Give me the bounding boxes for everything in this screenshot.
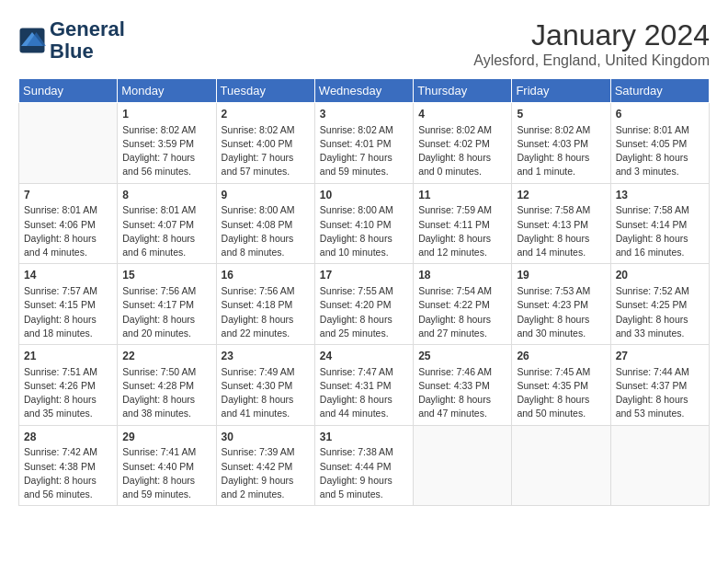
day-info: Sunrise: 8:02 AM Sunset: 4:01 PM Dayligh… xyxy=(320,123,408,179)
calendar-cell: 19Sunrise: 7:53 AM Sunset: 4:23 PM Dayli… xyxy=(512,264,610,345)
calendar-cell: 26Sunrise: 7:45 AM Sunset: 4:35 PM Dayli… xyxy=(512,345,610,426)
col-saturday: Saturday xyxy=(610,79,709,103)
calendar-cell: 18Sunrise: 7:54 AM Sunset: 4:22 PM Dayli… xyxy=(414,264,512,345)
day-info: Sunrise: 7:39 AM Sunset: 4:42 PM Dayligh… xyxy=(222,445,310,501)
day-number: 11 xyxy=(418,188,506,203)
day-info: Sunrise: 7:53 AM Sunset: 4:23 PM Dayligh… xyxy=(517,284,605,340)
calendar-cell: 13Sunrise: 7:58 AM Sunset: 4:14 PM Dayli… xyxy=(610,183,709,264)
day-number: 22 xyxy=(122,349,210,364)
logo-icon xyxy=(18,27,46,54)
day-info: Sunrise: 7:42 AM Sunset: 4:38 PM Dayligh… xyxy=(24,445,112,501)
day-info: Sunrise: 8:01 AM Sunset: 4:06 PM Dayligh… xyxy=(24,203,112,259)
calendar-cell: 24Sunrise: 7:47 AM Sunset: 4:31 PM Dayli… xyxy=(314,345,413,426)
day-number: 9 xyxy=(222,188,310,203)
day-info: Sunrise: 7:55 AM Sunset: 4:20 PM Dayligh… xyxy=(320,284,408,340)
col-friday: Friday xyxy=(512,79,610,103)
logo: General Blue xyxy=(18,18,125,63)
title-block: January 2024 Aylesford, England, United … xyxy=(473,18,710,69)
calendar-cell: 31Sunrise: 7:38 AM Sunset: 4:44 PM Dayli… xyxy=(314,425,413,506)
day-info: Sunrise: 7:56 AM Sunset: 4:18 PM Dayligh… xyxy=(222,284,310,340)
calendar-cell xyxy=(414,425,512,506)
calendar-week-row: 14Sunrise: 7:57 AM Sunset: 4:15 PM Dayli… xyxy=(19,264,710,345)
day-number: 4 xyxy=(418,107,506,122)
day-info: Sunrise: 8:00 AM Sunset: 4:10 PM Dayligh… xyxy=(320,203,408,259)
day-info: Sunrise: 7:51 AM Sunset: 4:26 PM Dayligh… xyxy=(24,365,112,421)
calendar-week-row: 21Sunrise: 7:51 AM Sunset: 4:26 PM Dayli… xyxy=(19,345,710,426)
day-number: 25 xyxy=(418,349,506,364)
day-number: 6 xyxy=(616,107,704,122)
day-number: 14 xyxy=(24,268,112,283)
day-info: Sunrise: 8:02 AM Sunset: 4:03 PM Dayligh… xyxy=(517,123,605,179)
day-number: 31 xyxy=(320,430,408,445)
day-number: 16 xyxy=(222,268,310,283)
calendar-cell: 11Sunrise: 7:59 AM Sunset: 4:11 PM Dayli… xyxy=(414,183,512,264)
calendar-cell: 17Sunrise: 7:55 AM Sunset: 4:20 PM Dayli… xyxy=(314,264,413,345)
day-info: Sunrise: 7:46 AM Sunset: 4:33 PM Dayligh… xyxy=(418,365,506,421)
calendar-cell: 3Sunrise: 8:02 AM Sunset: 4:01 PM Daylig… xyxy=(314,103,413,184)
calendar-cell: 6Sunrise: 8:01 AM Sunset: 4:05 PM Daylig… xyxy=(610,103,709,184)
day-info: Sunrise: 8:01 AM Sunset: 4:05 PM Dayligh… xyxy=(616,123,704,179)
day-info: Sunrise: 7:58 AM Sunset: 4:14 PM Dayligh… xyxy=(616,203,704,259)
calendar-header-row: Sunday Monday Tuesday Wednesday Thursday… xyxy=(19,79,710,103)
day-number: 13 xyxy=(616,188,704,203)
calendar-week-row: 28Sunrise: 7:42 AM Sunset: 4:38 PM Dayli… xyxy=(19,425,710,506)
day-number: 20 xyxy=(616,268,704,283)
day-info: Sunrise: 8:02 AM Sunset: 4:02 PM Dayligh… xyxy=(418,123,506,179)
calendar-cell: 4Sunrise: 8:02 AM Sunset: 4:02 PM Daylig… xyxy=(414,103,512,184)
calendar-week-row: 7Sunrise: 8:01 AM Sunset: 4:06 PM Daylig… xyxy=(19,183,710,264)
day-number: 30 xyxy=(222,430,310,445)
day-info: Sunrise: 7:56 AM Sunset: 4:17 PM Dayligh… xyxy=(122,284,210,340)
calendar-cell: 16Sunrise: 7:56 AM Sunset: 4:18 PM Dayli… xyxy=(216,264,314,345)
calendar-cell: 27Sunrise: 7:44 AM Sunset: 4:37 PM Dayli… xyxy=(610,345,709,426)
day-number: 10 xyxy=(320,188,408,203)
col-sunday: Sunday xyxy=(19,79,118,103)
day-number: 18 xyxy=(418,268,506,283)
calendar-cell: 30Sunrise: 7:39 AM Sunset: 4:42 PM Dayli… xyxy=(216,425,314,506)
day-info: Sunrise: 8:02 AM Sunset: 4:00 PM Dayligh… xyxy=(222,123,310,179)
calendar-cell: 15Sunrise: 7:56 AM Sunset: 4:17 PM Dayli… xyxy=(118,264,216,345)
calendar-cell: 23Sunrise: 7:49 AM Sunset: 4:30 PM Dayli… xyxy=(216,345,314,426)
day-number: 26 xyxy=(517,349,605,364)
day-info: Sunrise: 7:54 AM Sunset: 4:22 PM Dayligh… xyxy=(418,284,506,340)
calendar-cell: 5Sunrise: 8:02 AM Sunset: 4:03 PM Daylig… xyxy=(512,103,610,184)
day-number: 12 xyxy=(517,188,605,203)
calendar-cell: 7Sunrise: 8:01 AM Sunset: 4:06 PM Daylig… xyxy=(19,183,118,264)
day-number: 3 xyxy=(320,107,408,122)
location: Aylesford, England, United Kingdom xyxy=(473,52,710,69)
calendar-cell: 9Sunrise: 8:00 AM Sunset: 4:08 PM Daylig… xyxy=(216,183,314,264)
day-number: 28 xyxy=(24,430,112,445)
calendar-cell: 25Sunrise: 7:46 AM Sunset: 4:33 PM Dayli… xyxy=(414,345,512,426)
day-number: 19 xyxy=(517,268,605,283)
header: General Blue January 2024 Aylesford, Eng… xyxy=(18,18,710,69)
day-info: Sunrise: 7:58 AM Sunset: 4:13 PM Dayligh… xyxy=(517,203,605,259)
day-number: 8 xyxy=(122,188,210,203)
calendar-cell: 2Sunrise: 8:02 AM Sunset: 4:00 PM Daylig… xyxy=(216,103,314,184)
day-info: Sunrise: 7:59 AM Sunset: 4:11 PM Dayligh… xyxy=(418,203,506,259)
calendar-cell: 10Sunrise: 8:00 AM Sunset: 4:10 PM Dayli… xyxy=(314,183,413,264)
col-wednesday: Wednesday xyxy=(314,79,413,103)
calendar-cell: 28Sunrise: 7:42 AM Sunset: 4:38 PM Dayli… xyxy=(19,425,118,506)
logo-text: General Blue xyxy=(50,18,125,63)
day-number: 17 xyxy=(320,268,408,283)
day-info: Sunrise: 7:44 AM Sunset: 4:37 PM Dayligh… xyxy=(616,365,704,421)
calendar-cell: 21Sunrise: 7:51 AM Sunset: 4:26 PM Dayli… xyxy=(19,345,118,426)
day-info: Sunrise: 7:57 AM Sunset: 4:15 PM Dayligh… xyxy=(24,284,112,340)
day-info: Sunrise: 8:00 AM Sunset: 4:08 PM Dayligh… xyxy=(222,203,310,259)
calendar-cell: 12Sunrise: 7:58 AM Sunset: 4:13 PM Dayli… xyxy=(512,183,610,264)
calendar-cell: 20Sunrise: 7:52 AM Sunset: 4:25 PM Dayli… xyxy=(610,264,709,345)
calendar-page: General Blue January 2024 Aylesford, Eng… xyxy=(0,0,728,563)
day-info: Sunrise: 7:49 AM Sunset: 4:30 PM Dayligh… xyxy=(222,365,310,421)
col-thursday: Thursday xyxy=(414,79,512,103)
day-number: 27 xyxy=(616,349,704,364)
calendar-table: Sunday Monday Tuesday Wednesday Thursday… xyxy=(18,78,710,506)
col-monday: Monday xyxy=(118,79,216,103)
day-number: 15 xyxy=(122,268,210,283)
calendar-cell xyxy=(512,425,610,506)
calendar-cell: 22Sunrise: 7:50 AM Sunset: 4:28 PM Dayli… xyxy=(118,345,216,426)
day-info: Sunrise: 8:02 AM Sunset: 3:59 PM Dayligh… xyxy=(122,123,210,179)
col-tuesday: Tuesday xyxy=(216,79,314,103)
day-number: 23 xyxy=(222,349,310,364)
day-number: 29 xyxy=(122,430,210,445)
month-title: January 2024 xyxy=(473,18,710,52)
calendar-week-row: 1Sunrise: 8:02 AM Sunset: 3:59 PM Daylig… xyxy=(19,103,710,184)
